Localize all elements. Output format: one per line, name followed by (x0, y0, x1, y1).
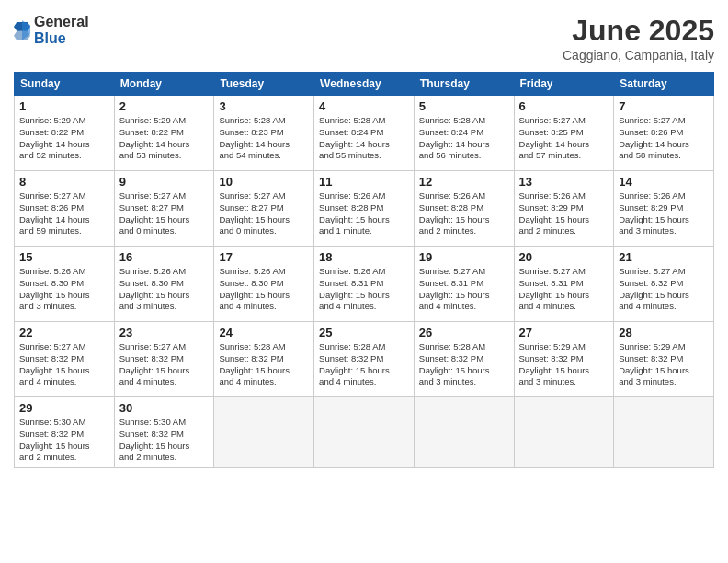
table-row: 17Sunrise: 5:26 AM Sunset: 8:30 PM Dayli… (214, 247, 314, 322)
day-info: Sunrise: 5:26 AM Sunset: 8:28 PM Dayligh… (419, 190, 509, 237)
title-section: June 2025 Caggiano, Campania, Italy (563, 14, 714, 63)
header-wednesday: Wednesday (314, 73, 415, 96)
day-number: 11 (319, 175, 409, 189)
day-number: 14 (619, 175, 709, 189)
day-number: 17 (219, 250, 309, 264)
day-number: 13 (519, 175, 609, 189)
header-saturday: Saturday (614, 73, 714, 96)
day-number: 10 (219, 175, 309, 189)
day-number: 29 (19, 401, 109, 415)
day-info: Sunrise: 5:28 AM Sunset: 8:32 PM Dayligh… (219, 341, 309, 388)
day-info: Sunrise: 5:30 AM Sunset: 8:32 PM Dayligh… (19, 417, 109, 464)
table-row: 12Sunrise: 5:26 AM Sunset: 8:28 PM Dayli… (414, 171, 514, 247)
day-number: 16 (119, 250, 210, 264)
table-row: 4Sunrise: 5:28 AM Sunset: 8:24 PM Daylig… (314, 96, 415, 171)
table-row: 9Sunrise: 5:27 AM Sunset: 8:27 PM Daylig… (114, 171, 214, 247)
day-info: Sunrise: 5:28 AM Sunset: 8:23 PM Dayligh… (219, 115, 309, 162)
day-info: Sunrise: 5:26 AM Sunset: 8:30 PM Dayligh… (19, 266, 109, 313)
day-info: Sunrise: 5:28 AM Sunset: 8:24 PM Dayligh… (319, 115, 409, 162)
table-row: 10Sunrise: 5:27 AM Sunset: 8:27 PM Dayli… (214, 171, 314, 247)
day-info: Sunrise: 5:27 AM Sunset: 8:32 PM Dayligh… (119, 341, 210, 388)
day-number: 4 (319, 99, 409, 113)
table-row: 21Sunrise: 5:27 AM Sunset: 8:32 PM Dayli… (614, 247, 714, 322)
day-info: Sunrise: 5:30 AM Sunset: 8:32 PM Dayligh… (119, 417, 210, 464)
page-header: General Blue June 2025 Caggiano, Campani… (14, 14, 714, 63)
day-info: Sunrise: 5:27 AM Sunset: 8:25 PM Dayligh… (519, 115, 609, 162)
day-info: Sunrise: 5:26 AM Sunset: 8:29 PM Dayligh… (619, 190, 709, 237)
table-row: 11Sunrise: 5:26 AM Sunset: 8:28 PM Dayli… (314, 171, 415, 247)
table-row: 20Sunrise: 5:27 AM Sunset: 8:31 PM Dayli… (514, 247, 614, 322)
calendar-body: 1Sunrise: 5:29 AM Sunset: 8:22 PM Daylig… (15, 96, 714, 468)
header-friday: Friday (514, 73, 614, 96)
table-row: 6Sunrise: 5:27 AM Sunset: 8:25 PM Daylig… (514, 96, 614, 171)
day-number: 19 (419, 250, 509, 264)
logo-text: General Blue (34, 14, 89, 46)
day-info: Sunrise: 5:26 AM Sunset: 8:30 PM Dayligh… (219, 266, 309, 313)
table-row: 22Sunrise: 5:27 AM Sunset: 8:32 PM Dayli… (15, 322, 115, 397)
day-info: Sunrise: 5:27 AM Sunset: 8:31 PM Dayligh… (519, 266, 609, 313)
header-sunday: Sunday (15, 73, 115, 96)
day-info: Sunrise: 5:29 AM Sunset: 8:32 PM Dayligh… (519, 341, 609, 388)
day-number: 6 (519, 99, 609, 113)
table-row: 19Sunrise: 5:27 AM Sunset: 8:31 PM Dayli… (414, 247, 514, 322)
day-info: Sunrise: 5:27 AM Sunset: 8:26 PM Dayligh… (619, 115, 709, 162)
day-info: Sunrise: 5:27 AM Sunset: 8:27 PM Dayligh… (219, 190, 309, 237)
table-row: 14Sunrise: 5:26 AM Sunset: 8:29 PM Dayli… (614, 171, 714, 247)
table-row: 1Sunrise: 5:29 AM Sunset: 8:22 PM Daylig… (15, 96, 115, 171)
day-number: 21 (619, 250, 709, 264)
day-info: Sunrise: 5:28 AM Sunset: 8:32 PM Dayligh… (419, 341, 509, 388)
day-info: Sunrise: 5:29 AM Sunset: 8:22 PM Dayligh… (19, 115, 109, 162)
table-row: 28Sunrise: 5:29 AM Sunset: 8:32 PM Dayli… (614, 322, 714, 397)
day-number: 23 (119, 326, 210, 339)
location: Caggiano, Campania, Italy (563, 48, 714, 63)
day-number: 20 (519, 250, 609, 264)
table-row: 5Sunrise: 5:28 AM Sunset: 8:24 PM Daylig… (414, 96, 514, 171)
calendar-header: Sunday Monday Tuesday Wednesday Thursday… (15, 73, 714, 96)
table-row: 18Sunrise: 5:26 AM Sunset: 8:31 PM Dayli… (314, 247, 415, 322)
day-info: Sunrise: 5:26 AM Sunset: 8:29 PM Dayligh… (519, 190, 609, 237)
day-info: Sunrise: 5:27 AM Sunset: 8:27 PM Dayligh… (119, 190, 210, 237)
table-row: 30Sunrise: 5:30 AM Sunset: 8:32 PM Dayli… (114, 397, 214, 468)
day-info: Sunrise: 5:28 AM Sunset: 8:24 PM Dayligh… (419, 115, 509, 162)
logo-blue: Blue (34, 30, 89, 47)
day-number: 3 (219, 99, 309, 113)
calendar-table: Sunday Monday Tuesday Wednesday Thursday… (14, 72, 714, 468)
header-thursday: Thursday (414, 73, 514, 96)
table-row: 7Sunrise: 5:27 AM Sunset: 8:26 PM Daylig… (614, 96, 714, 171)
table-row (314, 397, 415, 468)
logo-general: General (34, 14, 89, 30)
day-number: 30 (119, 401, 210, 415)
day-info: Sunrise: 5:28 AM Sunset: 8:32 PM Dayligh… (319, 341, 409, 388)
table-row (614, 397, 714, 468)
day-number: 24 (219, 326, 309, 339)
table-row (514, 397, 614, 468)
table-row: 13Sunrise: 5:26 AM Sunset: 8:29 PM Dayli… (514, 171, 614, 247)
table-row: 23Sunrise: 5:27 AM Sunset: 8:32 PM Dayli… (114, 322, 214, 397)
month-title: June 2025 (563, 14, 714, 48)
day-info: Sunrise: 5:27 AM Sunset: 8:26 PM Dayligh… (19, 190, 109, 237)
day-number: 26 (419, 326, 509, 339)
table-row: 26Sunrise: 5:28 AM Sunset: 8:32 PM Dayli… (414, 322, 514, 397)
day-number: 15 (19, 250, 109, 264)
day-number: 25 (319, 326, 409, 339)
table-row: 25Sunrise: 5:28 AM Sunset: 8:32 PM Dayli… (314, 322, 415, 397)
table-row (214, 397, 314, 468)
day-number: 22 (19, 326, 109, 339)
day-number: 1 (19, 99, 109, 113)
table-row: 15Sunrise: 5:26 AM Sunset: 8:30 PM Dayli… (15, 247, 115, 322)
day-info: Sunrise: 5:29 AM Sunset: 8:32 PM Dayligh… (619, 341, 709, 388)
day-info: Sunrise: 5:26 AM Sunset: 8:28 PM Dayligh… (319, 190, 409, 237)
day-number: 5 (419, 99, 509, 113)
header-row: Sunday Monday Tuesday Wednesday Thursday… (15, 73, 714, 96)
calendar-page: General Blue June 2025 Caggiano, Campani… (0, 0, 728, 563)
header-monday: Monday (114, 73, 214, 96)
table-row: 8Sunrise: 5:27 AM Sunset: 8:26 PM Daylig… (15, 171, 115, 247)
table-row: 3Sunrise: 5:28 AM Sunset: 8:23 PM Daylig… (214, 96, 314, 171)
day-number: 28 (619, 326, 709, 339)
day-info: Sunrise: 5:26 AM Sunset: 8:30 PM Dayligh… (119, 266, 210, 313)
day-number: 27 (519, 326, 609, 339)
day-number: 12 (419, 175, 509, 189)
table-row: 24Sunrise: 5:28 AM Sunset: 8:32 PM Dayli… (214, 322, 314, 397)
day-number: 2 (119, 99, 210, 113)
logo: General Blue (14, 14, 89, 46)
